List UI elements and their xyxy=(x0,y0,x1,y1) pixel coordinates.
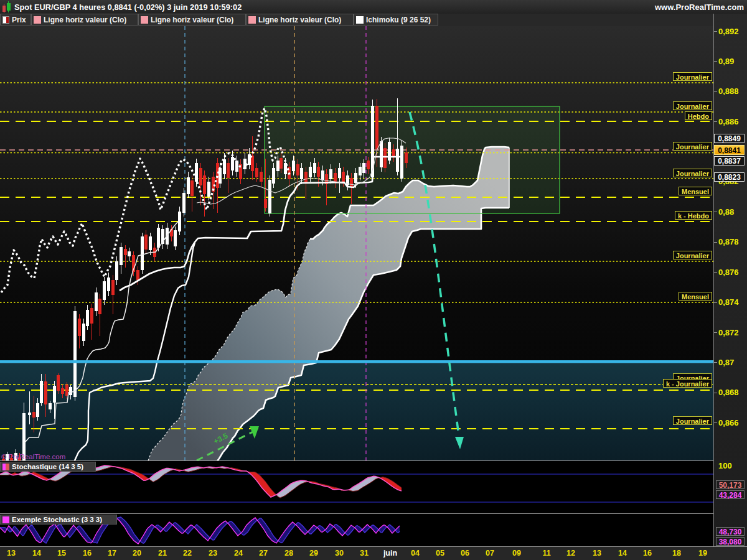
svg-text:© ProRealTime.com: © ProRealTime.com xyxy=(1,453,65,460)
